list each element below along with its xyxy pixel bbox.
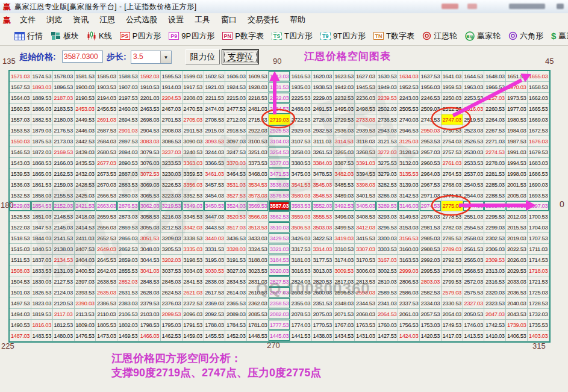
price-cell: 3013.03 (312, 266, 334, 276)
price-cell: 1714.53 (528, 255, 549, 266)
price-cell: 3226.53 (161, 179, 183, 190)
menu-item-文件[interactable]: 文件 (14, 13, 41, 26)
price-cell: 2267.53 (484, 125, 506, 136)
price-cell: 1718.03 (528, 266, 549, 276)
price-cell: 1578.03 (53, 71, 75, 82)
price-cell: 3440.03 (204, 233, 226, 244)
menu-item-窗口[interactable]: 窗口 (216, 13, 242, 26)
menu-item-江恩[interactable]: 江恩 (94, 13, 120, 26)
support-button[interactable]: 支撑位 (222, 49, 259, 64)
price-cell: 1690.03 (528, 179, 549, 190)
menu-bar: 赢 文件浏览资讯江恩公式选股设置工具窗口交易委托帮助 (0, 13, 568, 27)
price-cell: 2701.53 (161, 114, 183, 125)
menu-item-交易委托[interactable]: 交易委托 (242, 13, 284, 26)
price-cell: 3422.53 (312, 233, 334, 244)
price-cell: 2726.03 (312, 114, 334, 125)
price-cell: 2621.03 (183, 287, 204, 298)
toolbar-button-行情[interactable]: 行情 (14, 31, 43, 42)
price-cell: 2309.53 (484, 255, 506, 266)
price-cell: 2652.53 (96, 233, 117, 244)
price-cell: 3160.03 (398, 244, 420, 255)
price-cell: 1704.03 (528, 222, 549, 233)
price-cell: 2509.03 (420, 104, 442, 114)
toolbar-button-江恩轮[interactable]: 江恩轮 (422, 31, 457, 42)
price-cell: 3338.53 (183, 233, 204, 244)
price-cell: 1539.53 (10, 169, 31, 179)
toolbar-button-赢家轮[interactable]: Big赢家轮 (465, 31, 501, 42)
price-cell: 1987.53 (506, 136, 528, 147)
price-cell: 1816.03 (31, 320, 53, 331)
menu-item-设置[interactable]: 设置 (163, 13, 189, 26)
price-cell: 1840.53 (31, 244, 53, 255)
price-cell: 2540.53 (463, 179, 485, 190)
start-price-input[interactable] (62, 51, 103, 63)
toolbar-button-K线[interactable]: K线 (87, 31, 112, 42)
price-cell: 3482.03 (334, 169, 355, 179)
price-cell: 3181.03 (290, 255, 312, 266)
toolbar-button-9P四方形[interactable]: P99P四方形 (169, 31, 214, 42)
price-cell: 2152.03 (53, 201, 75, 212)
toolbar-button-9T四方形[interactable]: T99T四方形 (320, 31, 366, 42)
svg-text:Big: Big (466, 34, 473, 39)
price-cell: 2281.53 (484, 169, 506, 179)
price-cell: 2169.53 (53, 147, 75, 158)
price-cell: 3072.53 (139, 169, 161, 179)
price-cell: 3100.53 (247, 136, 269, 147)
chevron-down-icon[interactable]: ▼ (160, 51, 171, 63)
price-cell: 3349.03 (183, 201, 204, 212)
price-cell: 2796.03 (442, 266, 463, 276)
price-cell: 1826.53 (31, 287, 53, 298)
price-cell: 2817.03 (334, 276, 355, 287)
price-cell: 2754.03 (442, 136, 463, 147)
toolbar-button-赢家服务[interactable]: $赢家服务 (551, 31, 568, 42)
price-cell: 2995.53 (420, 266, 442, 276)
price-cell: 2064.53 (376, 309, 398, 320)
toolbar-button-P四方形[interactable]: PSP四方形 (120, 31, 161, 42)
price-cell: 1487.03 (10, 331, 31, 341)
price-cell: 3142.53 (398, 190, 420, 201)
menu-item-工具[interactable]: 工具 (189, 13, 216, 26)
price-cell: 1956.03 (420, 82, 442, 93)
menu-item-浏览[interactable]: 浏览 (41, 13, 67, 26)
price-cell: 3552.03 (312, 201, 334, 212)
price-cell: 2393.53 (75, 287, 96, 298)
price-cell: 3450.53 (204, 201, 226, 212)
toolbar-button-六角形[interactable]: 六角形 (508, 31, 543, 42)
price-cell: 2477.53 (225, 104, 247, 114)
resistance-button[interactable]: 阻力位 (186, 49, 220, 64)
price-cell: 1949.03 (376, 82, 398, 93)
price-cell: 1550.03 (10, 136, 31, 147)
angle-label-45: 45 (545, 57, 554, 66)
price-cell: 1861.53 (31, 179, 53, 190)
price-cell: 2124.03 (53, 287, 75, 298)
price-cell: 3342.03 (183, 222, 204, 233)
price-cell: 2225.53 (290, 93, 312, 104)
price-cell: 1606.03 (225, 71, 247, 82)
blocks-icon (51, 31, 61, 40)
price-cell: 1739.03 (506, 320, 528, 331)
price-cell: 2467.03 (161, 104, 183, 114)
toolbar-button-T四方形[interactable]: TST四方形 (272, 31, 313, 42)
toolbar-button-板块[interactable]: 板块 (51, 31, 79, 42)
price-cell: 3121.53 (376, 136, 398, 147)
price-cell: 2173.03 (53, 136, 75, 147)
price-cell: 1917.53 (183, 82, 204, 93)
menu-item-帮助[interactable]: 帮助 (284, 13, 311, 26)
menu-item-公式选股[interactable]: 公式选股 (120, 13, 163, 26)
toolbar-button-P数字表[interactable]: PNP数字表 (222, 31, 264, 42)
candles-icon (87, 31, 96, 40)
step-combobox[interactable]: 3.5 ▼ (131, 51, 172, 64)
price-cell: 2901.03 (117, 125, 139, 136)
price-cell: 1501.03 (10, 287, 31, 298)
window-controls-decor[interactable] (557, 4, 564, 9)
price-cell: 2978.03 (420, 211, 442, 222)
price-cell: 2890.53 (117, 158, 139, 169)
price-cell: 2988.53 (420, 244, 442, 255)
price-cell: 3135.53 (398, 169, 420, 179)
angle-label-225: 225 (1, 341, 14, 350)
toolbar-label: T数字表 (386, 31, 414, 42)
price-cell: 2029.53 (506, 266, 528, 276)
price-cell: 2453.03 (75, 104, 96, 114)
menu-item-资讯[interactable]: 资讯 (67, 13, 94, 26)
toolbar-button-T数字表[interactable]: TNT数字表 (373, 31, 414, 42)
